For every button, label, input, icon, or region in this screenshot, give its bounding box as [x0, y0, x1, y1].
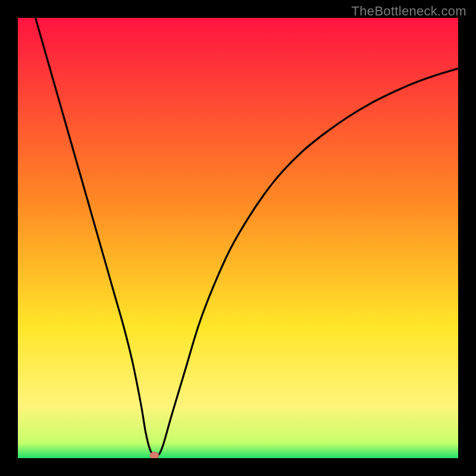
- optimal-point-marker: [150, 452, 159, 458]
- plot-area: [18, 18, 458, 458]
- chart-frame: TheBottleneck.com: [0, 0, 476, 476]
- gradient-background: [18, 18, 458, 458]
- bottleneck-chart: [18, 18, 458, 458]
- watermark-label: TheBottleneck.com: [352, 4, 466, 19]
